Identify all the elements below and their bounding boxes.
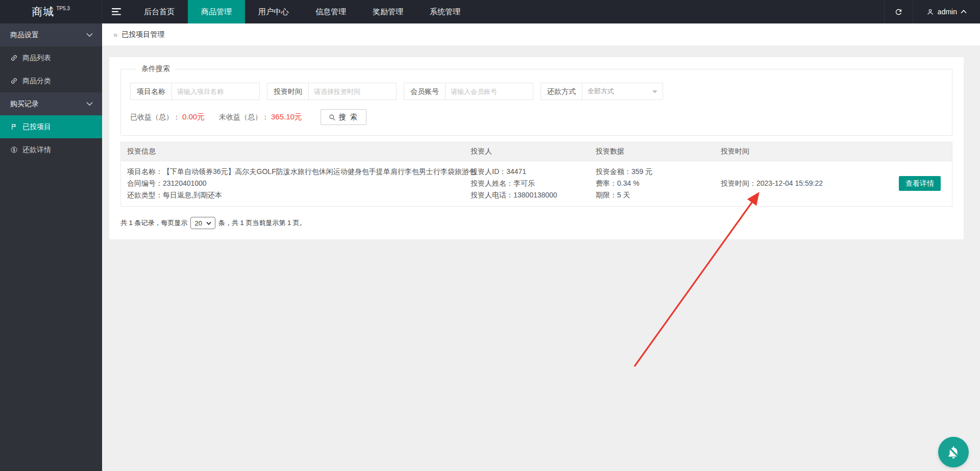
page-title: 已投项目管理: [121, 30, 164, 39]
col-header-investor: 投资人: [464, 147, 590, 156]
cell-invest-time: 投资时间：2023-12-04 15:59:22 查看详情: [715, 166, 952, 201]
investor-phone: 投资人电话：13800138000: [471, 189, 583, 201]
chevron-down-icon: [206, 221, 211, 225]
cell-invest-info: 项目名称：【下单自动领券36元】高尔夫GOLF防泼水旅行包休闲运动健身包手提单肩…: [121, 166, 464, 201]
view-detail-button[interactable]: 查看详情: [899, 176, 941, 191]
cell-invest-data: 投资金额：359 元 费率：0.34 % 期限：5 天: [590, 166, 715, 201]
search-button-label: 搜 索: [339, 113, 358, 122]
top-menu: 后台首页 商品管理 用户中心 信息管理 奖励管理 系统管理: [131, 0, 474, 23]
col-header-invest-time: 投资时间: [715, 147, 952, 156]
contract-number: 合同编号：23120401000: [127, 178, 458, 189]
top-menu-item-reward[interactable]: 奖励管理: [359, 0, 416, 23]
page-size-value: 20: [194, 219, 202, 227]
repay-method-select[interactable]: 全部方式: [582, 83, 663, 100]
hamburger-menu-icon[interactable]: [102, 0, 131, 23]
col-header-invest-info: 投资信息: [121, 147, 464, 156]
sidebar-item-label: 还款详情: [22, 145, 51, 155]
search-icon: [329, 114, 336, 121]
cell-investor: 投资人ID：34471 投资人姓名：李可乐 投资人电话：13800138000: [464, 166, 590, 201]
stat-unearned: 未收益（总）： 365.10元: [219, 112, 302, 122]
field-repay-method: 还款方式 全部方式: [541, 83, 663, 100]
search-button[interactable]: 搜 索: [321, 109, 366, 125]
field-label: 项目名称: [130, 83, 172, 100]
sidebar-item-purchase-records[interactable]: 购买记录: [0, 92, 102, 115]
top-menu-item-system[interactable]: 系统管理: [416, 0, 474, 23]
admin-dropdown[interactable]: admin: [913, 0, 980, 23]
app-version: TP5.3: [56, 6, 70, 11]
invest-amount: 投资金额：359 元: [596, 166, 708, 178]
sidebar-item-label: 已投项目: [22, 122, 51, 132]
top-bar: 商城 TP5.3 后台首页 商品管理 用户中心 信息管理 奖励管理 系统管理 a…: [0, 0, 980, 23]
pagination: 共 1 条记录，每页显示 20 条，共 1 页当前显示第 1 页。: [120, 217, 952, 229]
search-fields-row: 项目名称 投资时间 会员账号 还款方式 全部方式: [130, 83, 944, 100]
select-value: 全部方式: [587, 87, 614, 96]
project-name: 项目名称：【下单自动领券36元】高尔夫GOLF防泼水旅行包休闲运动健身包手提单肩…: [127, 166, 458, 178]
sidebar-item-label: 商品列表: [22, 54, 51, 63]
top-menu-item-info[interactable]: 信息管理: [302, 0, 359, 23]
sidebar-item-label: 商品分类: [22, 77, 51, 86]
sidebar-item-goods-settings[interactable]: 商品设置: [0, 23, 102, 46]
table-row: 项目名称：【下单自动领券36元】高尔夫GOLF防泼水旅行包休闲运动健身包手提单肩…: [121, 161, 952, 206]
admin-name: admin: [938, 8, 957, 16]
top-bar-right: admin: [884, 0, 980, 23]
breadcrumb-separator: »: [113, 30, 117, 39]
main-content: » 已投项目管理 条件搜索 项目名称 投资时间 会员账号 还款方式: [102, 23, 980, 471]
top-menu-item-users[interactable]: 用户中心: [245, 0, 302, 23]
bell-slash-icon: [946, 444, 961, 460]
table-header: 投资信息 投资人 投资数据 投资时间: [121, 142, 952, 161]
invest-rate: 费率：0.34 %: [596, 178, 708, 189]
chevron-down-icon: [86, 102, 93, 106]
sidebar-item-invested-projects[interactable]: 已投项目: [0, 115, 102, 138]
link-icon: [10, 54, 18, 62]
sidebar-item-repayment-details[interactable]: 还款详情: [0, 138, 102, 161]
field-member-account: 会员账号: [404, 83, 533, 100]
field-invest-time: 投资时间: [267, 83, 397, 100]
notification-off-float-button[interactable]: [938, 437, 969, 467]
flag-icon: [10, 123, 18, 131]
field-label: 会员账号: [404, 83, 446, 100]
search-fieldset: 条件搜索 项目名称 投资时间 会员账号 还款方式 全部方式: [120, 64, 952, 136]
stat-label: 未收益（总）：: [219, 113, 269, 121]
search-stats-row: 已收益（总）： 0.00元 未收益（总）： 365.10元 搜 索: [130, 109, 944, 125]
pagination-suffix: 条，共 1 页当前显示第 1 页。: [218, 218, 306, 228]
field-label: 还款方式: [541, 83, 582, 100]
chevron-up-icon: [961, 10, 967, 14]
top-menu-item-goods[interactable]: 商品管理: [188, 0, 245, 23]
col-header-invest-data: 投资数据: [590, 147, 715, 156]
sidebar-item-goods-list[interactable]: 商品列表: [0, 46, 102, 69]
repay-type: 还款类型：每日返息,到期还本: [127, 189, 458, 201]
pagination-prefix: 共 1 条记录，每页显示: [120, 218, 187, 228]
sidebar-item-label: 商品设置: [10, 31, 39, 40]
field-label: 投资时间: [267, 83, 309, 100]
user-icon: [926, 8, 934, 16]
link-icon: [10, 77, 18, 85]
stat-value: 365.10元: [271, 112, 302, 121]
select-caret-icon: [652, 90, 657, 93]
stat-earned: 已收益（总）： 0.00元: [130, 112, 205, 122]
field-project-name: 项目名称: [130, 83, 260, 100]
investor-id: 投资人ID：34471: [471, 166, 583, 178]
app-title: 商城: [32, 5, 54, 19]
breadcrumb: » 已投项目管理: [102, 23, 980, 46]
invest-time-value: 投资时间：2023-12-04 15:59:22: [721, 179, 823, 188]
project-name-input[interactable]: [172, 83, 260, 100]
app-logo: 商城 TP5.3: [0, 0, 102, 23]
top-menu-item-home[interactable]: 后台首页: [131, 0, 188, 23]
refresh-icon[interactable]: [884, 0, 913, 23]
member-account-input[interactable]: [446, 83, 533, 100]
invest-time-input[interactable]: [309, 83, 397, 100]
sidebar-item-goods-category[interactable]: 商品分类: [0, 69, 102, 92]
invest-term: 期限：5 天: [596, 189, 708, 201]
dollar-icon: [10, 146, 18, 154]
search-legend: 条件搜索: [136, 64, 175, 73]
content-card: 条件搜索 项目名称 投资时间 会员账号 还款方式 全部方式: [109, 57, 964, 239]
stat-value: 0.00元: [182, 112, 205, 121]
sidebar: 商品设置 商品列表 商品分类 购买记录 已投项目 还款详情: [0, 23, 102, 471]
chevron-down-icon: [86, 33, 93, 37]
stat-label: 已收益（总）：: [130, 113, 180, 121]
sidebar-item-label: 购买记录: [10, 100, 39, 109]
page-size-select[interactable]: 20: [190, 217, 215, 229]
invest-table: 投资信息 投资人 投资数据 投资时间 项目名称：【下单自动领券36元】高尔夫GO…: [120, 142, 952, 207]
investor-name: 投资人姓名：李可乐: [471, 178, 583, 189]
